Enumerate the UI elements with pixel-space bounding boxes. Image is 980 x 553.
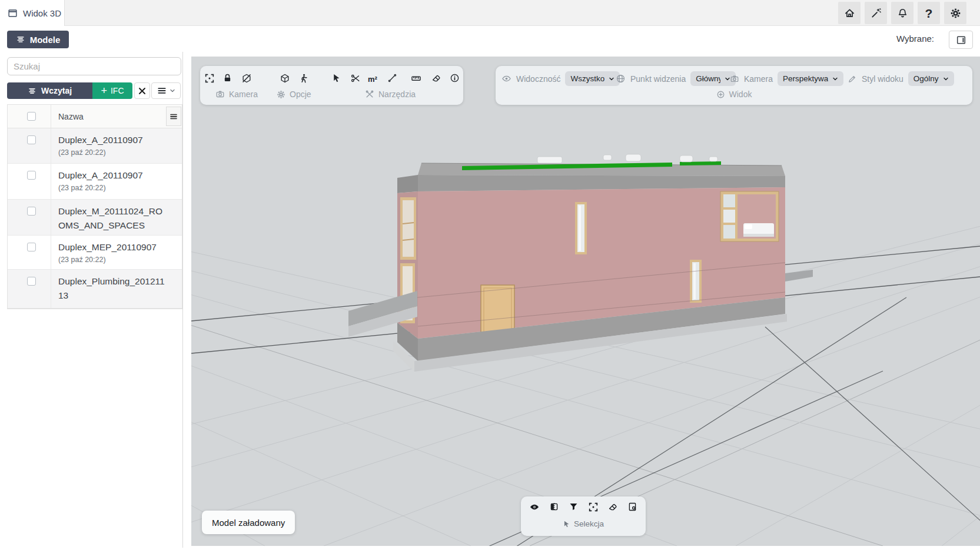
chevron-down-icon [170,88,175,94]
area-measure-icon[interactable]: m² [368,75,377,83]
selected-window-button[interactable] [949,31,973,49]
camera-icon [215,90,225,99]
settings-button[interactable] [944,2,966,24]
plus-icon: + [101,85,107,96]
viewport-toolbar-right: Widoczność Wszystko Punkt widzenia Główn… [496,66,972,105]
add-ifc-button[interactable]: + IFC [92,82,132,99]
row-checkbox[interactable] [27,243,36,251]
hamburger-icon [157,86,167,95]
help-button[interactable]: ? [918,2,940,24]
tab-widok-3d[interactable]: Widok 3D [0,0,65,26]
lock-icon[interactable] [222,73,232,83]
view-style-label: Styl widoku [862,74,903,84]
section-scissors-icon[interactable] [350,73,361,84]
camera-group: Kamera Perspektywa [730,71,843,86]
table-row[interactable]: Duplex_A_20110907 (23 paź 20:22) [8,164,182,200]
model-date: (23 paź 20:22) [58,256,175,264]
model-name: Duplex_MEP_20110907 [58,240,167,254]
panel-icon [956,35,966,45]
camera-menu[interactable]: Kamera [215,90,258,99]
view-menu[interactable]: Widok [496,90,972,99]
viewpoint-select[interactable]: Główny [690,71,736,86]
models-table: Nazwa Duplex_A_20110907 (23 paź 20:22) D… [7,104,182,309]
visibility-select[interactable]: Wszystko [565,71,620,86]
close-icon [138,87,147,95]
model-name: Duplex_M_20111024_ROOMS_AND_SPACES [58,204,167,233]
tools-icon [365,90,374,99]
model-name: Duplex_Plumbing_20121113 [58,274,167,303]
list-menu-button[interactable] [151,82,181,99]
home-icon [844,8,855,19]
3d-scene[interactable] [191,57,980,546]
secondary-bar: Modele Wybrane: [0,26,980,52]
distance-measure-icon[interactable] [387,73,397,83]
row-checkbox[interactable] [27,135,36,144]
row-checkbox[interactable] [27,207,36,216]
models-sidebar: Wczytaj + IFC [0,52,183,548]
column-menu-button[interactable] [166,107,181,126]
toast-message: Model załadowany [202,511,295,534]
eraser-icon[interactable] [431,73,441,83]
hide-box-icon[interactable] [241,73,252,84]
globe-icon [616,74,626,84]
magic-wand-button[interactable] [865,2,887,24]
table-header: Nazwa [8,105,182,128]
table-row[interactable]: Duplex_MEP_20110907 (23 paź 20:22) [8,236,182,270]
help-icon: ? [925,7,933,19]
box-icon[interactable] [280,73,290,84]
layers-icon [16,35,25,44]
view-style-group: Styl widoku Ogólny [848,71,954,86]
camera-select[interactable]: Perspektywa [778,71,843,86]
focus-selection-icon[interactable] [588,502,599,512]
view-style-select[interactable]: Ogólny [908,71,954,86]
magic-wand-icon [871,8,882,19]
3d-viewport[interactable]: m² [191,57,980,546]
camera-icon [730,74,739,84]
walk-mode-icon[interactable] [298,73,309,84]
select-all-checkbox[interactable] [27,112,36,121]
eraser-icon[interactable] [608,502,618,512]
gear-icon [277,90,285,99]
options-menu[interactable]: Opcje [277,90,311,99]
globe-plus-icon [716,90,725,99]
filter-icon[interactable] [569,502,579,512]
model-name: Duplex_A_20110907 [58,168,167,183]
cursor-icon [563,520,570,528]
viewpoint-group: Punkt widzenia Główny [616,71,736,86]
ruler-icon[interactable] [411,73,421,84]
visibility-label: Widoczność [516,74,560,84]
model-name: Duplex_A_20110907 [58,133,167,147]
row-checkbox[interactable] [27,277,36,286]
clear-button[interactable] [134,82,150,99]
fit-view-icon[interactable] [204,73,215,84]
search-input[interactable] [7,57,181,75]
viewport-toolbar-bottom: Selekcja [521,496,646,536]
viewport-toolbar-left: m² [200,66,463,105]
camera-label: Kamera [744,74,773,84]
table-row[interactable]: Duplex_A_20110907 (23 paź 20:22) [8,128,182,164]
pen-icon [848,74,857,84]
section-box-icon[interactable] [549,502,559,512]
window-icon [8,8,18,18]
model-date: (23 paź 20:22) [58,184,175,192]
row-checkbox[interactable] [27,171,36,180]
notifications-button[interactable] [891,2,913,24]
layers-icon [28,87,36,95]
selection-mode[interactable]: Selekcja [521,519,646,528]
models-button[interactable]: Modele [7,31,69,48]
visibility-group: Widoczność Wszystko [501,71,620,86]
table-row[interactable]: Duplex_M_20111024_ROOMS_AND_SPACES [8,200,182,236]
gear-icon [950,8,961,19]
visibility-toggle-icon[interactable] [529,502,540,512]
info-icon[interactable] [450,73,460,83]
tools-menu[interactable]: Narzędzia [365,90,416,99]
selected-label: Wybrane: [896,34,934,44]
bell-icon [897,8,908,19]
inspect-page-icon[interactable] [627,502,637,512]
table-row[interactable]: Duplex_Plumbing_20121113 [8,270,182,309]
eye-icon [501,74,511,84]
load-button[interactable]: Wczytaj [7,82,92,99]
home-button[interactable] [838,2,861,24]
tab-title: Widok 3D [23,8,61,18]
select-cursor-icon[interactable] [331,73,341,83]
